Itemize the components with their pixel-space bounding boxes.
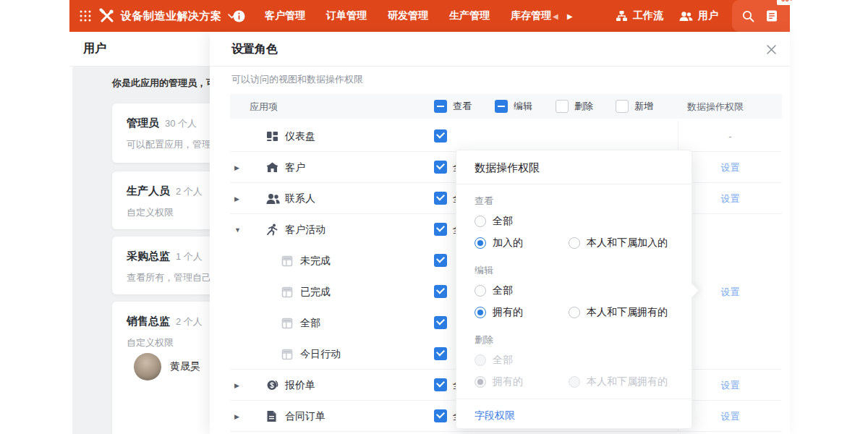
data-perm-cell: 设置 — [678, 152, 782, 183]
row-label: 仪表盘 — [285, 121, 315, 152]
radio-icon — [569, 307, 580, 318]
info-icon — [233, 10, 245, 22]
radio-option[interactable]: 加入的 — [475, 237, 523, 250]
header-perm-group: 查看 — [434, 100, 472, 113]
data-perm-cell — [678, 214, 782, 245]
header-checkbox-2[interactable] — [495, 100, 508, 113]
row-label: 今日行动 — [300, 339, 341, 370]
header-perm-group: 删除 — [556, 100, 593, 113]
data-perm-cell: - — [678, 121, 782, 152]
radio-option[interactable]: 全部 — [475, 284, 513, 297]
radio-option[interactable]: 本人和下属加入的 — [569, 237, 668, 250]
view-checkbox[interactable] — [434, 347, 447, 360]
role-count: 2 个人 — [176, 186, 203, 197]
nav-menu-item[interactable]: 订单管理 — [326, 0, 367, 32]
customer-icon — [266, 152, 278, 183]
radio-option[interactable]: 全部 — [475, 215, 513, 228]
data-perm-cell: 设置 — [678, 183, 782, 214]
nav-menu-item[interactable]: 客户管理 — [265, 0, 305, 32]
radio-option[interactable]: 本人和下属拥有的 — [569, 306, 668, 319]
field-permission-link[interactable]: 字段权限 — [475, 409, 515, 421]
nav-menu-item[interactable]: 库存管理 — [511, 0, 551, 32]
workflow-icon — [616, 10, 628, 22]
view-checkbox[interactable] — [434, 378, 447, 391]
set-permission-link[interactable]: 设置 — [721, 286, 740, 299]
nav-users[interactable]: 用户 — [679, 0, 718, 32]
navbar-utility-section: 99+ — [732, 0, 790, 32]
role-name: 采购总监 — [127, 250, 170, 262]
radio-label: 本人和下属加入的 — [587, 237, 668, 250]
radio-icon — [475, 285, 486, 297]
radio-option: 全部 — [475, 354, 513, 367]
view-checkbox[interactable] — [434, 285, 447, 298]
view-icon — [281, 307, 293, 339]
radio-option: 拥有的 — [475, 375, 523, 388]
popover-option-row: 全部 — [475, 210, 677, 232]
close-icon[interactable] — [764, 42, 778, 56]
view-checkbox[interactable] — [434, 223, 447, 236]
view-checkbox[interactable] — [434, 254, 447, 267]
data-perm-cell: 设置 — [678, 401, 782, 432]
caret-right-icon[interactable]: ▶ — [234, 401, 239, 432]
search-button[interactable] — [742, 0, 754, 32]
users-page: 用户 你是此应用的管理员，可 管理员30 个人可以配置应用，管理生产人员2 个人… — [69, 32, 210, 434]
popover-option-row: 加入的本人和下属加入的 — [475, 232, 677, 254]
set-permission-link[interactable]: 设置 — [721, 379, 740, 392]
modal-title: 设置角色 — [231, 42, 278, 57]
popover-section-label: 查看 — [475, 195, 677, 208]
row-label: 客户活动 — [285, 214, 326, 245]
popover-option-row: 全部 — [475, 280, 677, 302]
view-checkbox[interactable] — [434, 409, 447, 422]
role-count: 1 个人 — [176, 251, 203, 262]
popover-section-label: 删除 — [475, 333, 677, 346]
radio-icon — [475, 216, 486, 227]
header-checkbox-label: 查看 — [453, 100, 472, 113]
notifications-button[interactable]: 99+ — [765, 0, 778, 32]
dashboard-icon — [266, 121, 278, 152]
nav-scroll-left-icon[interactable]: ◀ — [553, 0, 558, 32]
set-permission-link[interactable]: 设置 — [721, 192, 740, 205]
radio-option: 本人和下属拥有的 — [569, 375, 668, 388]
users-icon — [679, 11, 693, 22]
header-checkbox-3[interactable] — [556, 100, 569, 113]
nav-workflow[interactable]: 工作流 — [616, 0, 663, 32]
modal-subtitle: 可以访问的视图和数据操作权限 — [231, 73, 363, 86]
caret-right-icon[interactable]: ▶ — [234, 370, 239, 401]
data-permission-popover: 数据操作权限 查看全部加入的本人和下属加入的编辑全部拥有的本人和下属拥有的删除全… — [456, 150, 692, 429]
app-launcher-button[interactable] — [80, 0, 91, 32]
view-checkbox[interactable] — [434, 316, 447, 329]
radio-icon — [475, 307, 486, 318]
nav-menu-item[interactable]: 生产管理 — [449, 0, 490, 32]
search-icon — [742, 10, 754, 22]
popover-footer: 字段权限 — [456, 399, 692, 432]
header-checkbox-4[interactable] — [616, 100, 629, 113]
nav-menu: 客户管理订单管理研发管理生产管理库存管理 — [265, 0, 551, 32]
top-navbar: 设备制造业解决方案 客户管理订单管理研发管理生产管理库存管理 ◀ ▶ 工作流 用… — [69, 0, 790, 32]
view-checkbox[interactable] — [434, 129, 447, 142]
empty-value: - — [728, 131, 731, 142]
caret-down-icon[interactable]: ▼ — [234, 214, 241, 245]
radio-icon — [475, 354, 486, 366]
member-list-item[interactable]: 黄晟昊 — [134, 353, 200, 380]
caret-right-icon[interactable]: ▶ — [234, 152, 239, 183]
set-permission-link[interactable]: 设置 — [721, 410, 740, 423]
nav-menu-item[interactable]: 研发管理 — [388, 0, 428, 32]
nav-scroll-right-icon[interactable]: ▶ — [567, 0, 573, 32]
info-button[interactable] — [233, 0, 245, 32]
page-title: 用户 — [69, 32, 210, 67]
app-switcher[interactable]: 设备制造业解决方案 — [99, 0, 236, 32]
view-checkbox[interactable] — [434, 192, 447, 205]
radio-icon — [569, 376, 580, 388]
radio-label: 拥有的 — [493, 306, 523, 319]
view-checkbox[interactable] — [434, 161, 447, 174]
radio-icon — [569, 237, 580, 249]
radio-option[interactable]: 拥有的 — [475, 306, 523, 319]
set-permission-link[interactable]: 设置 — [721, 161, 740, 174]
header-checkbox-1[interactable] — [434, 100, 447, 113]
radio-label: 拥有的 — [493, 375, 523, 388]
data-perm-cell — [678, 307, 782, 339]
view-icon — [281, 339, 293, 370]
radio-label: 全部 — [493, 215, 513, 228]
avatar — [134, 353, 161, 380]
caret-right-icon[interactable]: ▶ — [234, 183, 239, 214]
